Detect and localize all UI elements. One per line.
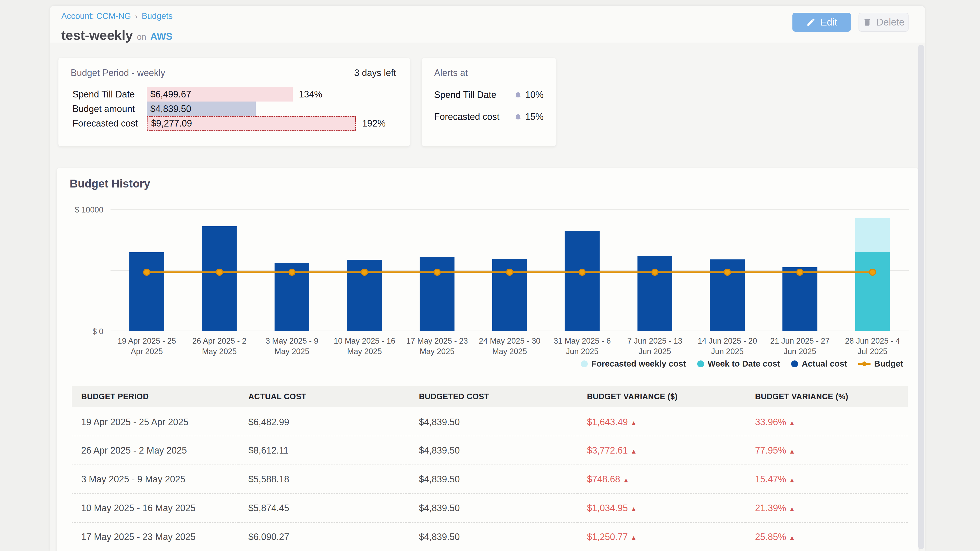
alert-threshold: 15%	[514, 111, 544, 122]
budget-history-title: Budget History	[70, 177, 150, 190]
alert-row-label: Forecasted cost	[434, 111, 500, 122]
forecasted-weekly-cost-bar[interactable]	[855, 218, 890, 252]
variance-up-icon: ▲	[789, 448, 795, 455]
budget-point-marker[interactable]	[288, 268, 296, 276]
cell-actual-cost: $5,874.45	[239, 494, 409, 522]
budget-history-card: Budget History $ 10000 $ 0 19 Apr 2025 -…	[57, 168, 919, 551]
forecast-bar: $9,277.09	[147, 116, 356, 130]
cell-actual-cost: $6,090.27	[239, 522, 409, 551]
content-area: Budget Period - weekly 3 days left Spend…	[50, 43, 925, 551]
variance-up-icon: ▲	[789, 534, 795, 541]
legend-item-actual[interactable]: Actual cost	[791, 359, 847, 368]
variance-up-icon: ▲	[630, 448, 637, 455]
table-row: 17 May 2025 - 23 May 2025$6,090.27$4,839…	[72, 522, 908, 551]
x-axis-label: 7 Jun 2025 - 13 Jun 2025	[619, 336, 691, 357]
cell-variance-pct: 15.47%▲	[746, 465, 908, 494]
cell-budget-period: 17 May 2025 - 23 May 2025	[72, 522, 239, 551]
budget-period-row: Budget amount$4,839.50	[73, 102, 402, 116]
col-actual-cost: ACTUAL COST	[239, 386, 409, 407]
col-budget-variance-pct: BUDGET VARIANCE (%)	[746, 386, 908, 407]
legend-item-budget[interactable]: Budget	[858, 359, 903, 368]
budget-point-marker[interactable]	[216, 268, 223, 276]
scrollbar-thumb[interactable]	[918, 44, 924, 549]
week-to-date-cost-bar[interactable]	[855, 252, 890, 331]
y-axis-label-max: $ 10000	[57, 205, 103, 214]
header-actions: Edit Delete	[792, 13, 908, 32]
actual-cost-bar[interactable]	[420, 257, 454, 331]
budget-point-marker[interactable]	[724, 268, 731, 276]
platform-label: AWS	[150, 31, 172, 42]
budget-point-marker[interactable]	[361, 268, 368, 276]
breadcrumb-budgets-link[interactable]: Budgets	[142, 11, 172, 21]
col-budget-variance-usd: BUDGET VARIANCE ($)	[578, 386, 746, 407]
budget-period-row-label: Budget amount	[73, 102, 147, 116]
delete-button[interactable]: Delete	[859, 13, 908, 32]
col-budgeted-cost: BUDGETED COST	[409, 386, 577, 407]
alerts-title: Alerts at	[434, 68, 544, 78]
budget-point-marker[interactable]	[434, 268, 441, 276]
variance-up-icon: ▲	[789, 505, 795, 513]
legend-marker-actual	[791, 360, 798, 367]
edit-button[interactable]: Edit	[792, 13, 851, 32]
bell-icon	[514, 113, 522, 121]
variance-up-icon: ▲	[789, 419, 795, 427]
page-title: test-weekly	[61, 27, 133, 43]
legend-item-fc[interactable]: Forecasted weekly cost	[581, 359, 686, 368]
actual-cost-bar[interactable]	[637, 256, 672, 331]
budget-period-row: Forecasted cost$9,277.09192%	[73, 116, 402, 130]
scrollbar-track	[918, 44, 924, 549]
cell-variance-pct: 77.95%▲	[746, 436, 908, 465]
cell-budget-period: 10 May 2025 - 16 May 2025	[72, 494, 239, 522]
actual-cost-bar[interactable]	[565, 231, 600, 331]
budget-period-row-label: Spend Till Date	[73, 87, 147, 102]
chart-legend: Forecasted weekly costWeek to Date costA…	[581, 359, 903, 368]
cell-budgeted-cost: $4,839.50	[409, 465, 577, 494]
cell-variance-usd: $3,772.61▲	[578, 436, 746, 465]
spend-bar: $6,499.67	[147, 87, 293, 102]
variance-up-icon: ▲	[789, 476, 795, 484]
cell-budgeted-cost: $4,839.50	[409, 522, 577, 551]
variance-up-icon: ▲	[630, 534, 637, 541]
chart-plot	[110, 210, 909, 331]
cell-actual-cost: $5,588.18	[239, 465, 409, 494]
cell-budgeted-cost: $4,839.50	[409, 407, 577, 436]
breadcrumb-account-link[interactable]: Account: CCM-NG	[61, 11, 131, 21]
x-axis-label: 28 Jun 2025 - 4 Jul 2025	[836, 336, 909, 357]
legend-item-wtd[interactable]: Week to Date cost	[697, 359, 780, 368]
cell-budget-period: 26 Apr 2025 - 2 May 2025	[72, 436, 239, 465]
col-budget-period: BUDGET PERIOD	[72, 386, 239, 407]
breadcrumb: Account: CCM-NG›Budgets	[61, 11, 172, 21]
budget-point-marker[interactable]	[506, 268, 513, 276]
budget-point-marker[interactable]	[796, 268, 803, 276]
x-axis-label: 14 Jun 2025 - 20 Jun 2025	[691, 336, 764, 357]
budget-point-marker[interactable]	[579, 268, 586, 276]
table-row: 10 May 2025 - 16 May 2025$5,874.45$4,839…	[72, 494, 908, 522]
chart-x-labels: 19 Apr 2025 - 25 Apr 202526 Apr 2025 - 2…	[110, 336, 909, 357]
budget-point-marker[interactable]	[651, 268, 659, 276]
delete-button-label: Delete	[877, 17, 904, 28]
x-axis-label: 21 Jun 2025 - 27 Jun 2025	[764, 336, 836, 357]
x-axis-label: 10 May 2025 - 16 May 2025	[328, 336, 401, 357]
budget-history-table: BUDGET PERIOD ACTUAL COST BUDGETED COST …	[72, 386, 908, 551]
x-axis-label: 3 May 2025 - 9 May 2025	[256, 336, 328, 357]
cell-variance-usd: $1,250.77▲	[578, 522, 746, 551]
title-row: test-weekly on AWS	[61, 27, 172, 43]
alert-rows: Spend Till Date10%Forecasted cost15%	[434, 89, 544, 122]
legend-label: Week to Date cost	[708, 359, 780, 368]
cell-actual-cost: $8,612.11	[239, 436, 409, 465]
x-axis-label: 24 May 2025 - 30 May 2025	[473, 336, 546, 357]
actual-cost-bar[interactable]	[129, 252, 164, 331]
legend-marker-budget	[858, 360, 870, 367]
budget-point-marker[interactable]	[869, 268, 876, 276]
budget-period-row-percent: 134%	[299, 87, 322, 102]
budget-point-marker[interactable]	[143, 268, 150, 276]
alert-row: Forecasted cost15%	[434, 111, 544, 122]
actual-cost-bar[interactable]	[783, 267, 817, 331]
variance-up-icon: ▲	[623, 476, 629, 484]
alert-row-label: Spend Till Date	[434, 89, 496, 100]
alert-row: Spend Till Date10%	[434, 89, 544, 100]
budget-period-row-percent: 192%	[362, 116, 386, 130]
actual-cost-bar[interactable]	[202, 226, 237, 331]
y-axis-label-min: $ 0	[57, 327, 103, 336]
x-axis-label: 31 May 2025 - 6 Jun 2025	[546, 336, 618, 357]
